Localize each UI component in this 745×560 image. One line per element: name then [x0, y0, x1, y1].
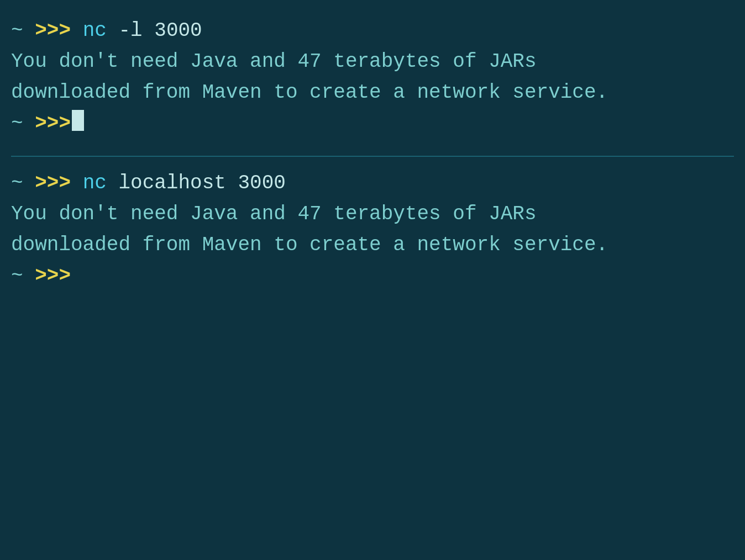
command-nc-2: nc — [83, 168, 107, 199]
command-nc-1: nc — [83, 15, 107, 46]
top-command-line: ~ >>> nc -l 3000 — [11, 15, 734, 46]
prompt-tilde-2: ~ — [11, 108, 23, 139]
terminal-window: ~ >>> nc -l 3000 You don't need Java and… — [0, 0, 745, 560]
prompt-tilde-3: ~ — [11, 168, 23, 199]
prompt-tilde-4: ~ — [11, 261, 23, 292]
top-prompt2-line: ~ >>> — [11, 108, 734, 139]
prompt-arrows-4: >>> — [35, 261, 71, 292]
prompt-arrows-3: >>> — [35, 168, 71, 199]
bottom-output-line2: downloaded from Maven to create a networ… — [11, 230, 734, 261]
bottom-prompt2-line: ~ >>> — [11, 261, 734, 292]
cursor-block — [72, 110, 84, 131]
top-output-line1: You don't need Java and 47 terabytes of … — [11, 46, 734, 77]
bottom-pane: ~ >>> nc localhost 3000 You don't need J… — [11, 162, 734, 550]
top-pane: ~ >>> nc -l 3000 You don't need Java and… — [11, 10, 734, 150]
prompt-arrows-2: >>> — [35, 108, 71, 139]
prompt-tilde-1: ~ — [11, 15, 23, 46]
command-args-1: -l 3000 — [107, 15, 202, 46]
top-output-line2: downloaded from Maven to create a networ… — [11, 77, 734, 108]
bottom-command-line: ~ >>> nc localhost 3000 — [11, 168, 734, 199]
pane-divider — [11, 156, 734, 157]
command-args-2: localhost 3000 — [107, 168, 286, 199]
bottom-output-line1: You don't need Java and 47 terabytes of … — [11, 199, 734, 230]
prompt-arrows-1: >>> — [35, 15, 71, 46]
